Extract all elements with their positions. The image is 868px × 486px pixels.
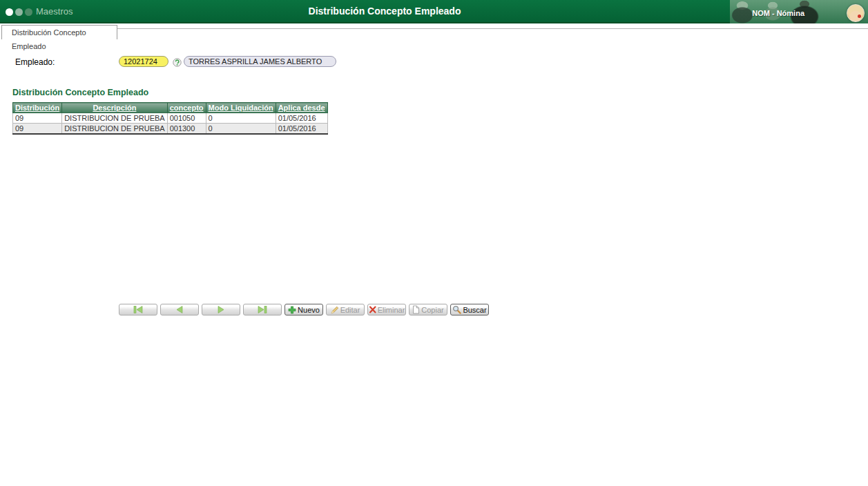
- distribucion-concepto-empleado-page: Maestros Distribución Concepto Empleado …: [0, 0, 868, 486]
- avatar[interactable]: [847, 4, 865, 22]
- window-dot-icon: [6, 8, 13, 16]
- distribution-table: Distribución Descripción concepto Modo L…: [12, 102, 328, 135]
- plus-icon: [288, 306, 296, 314]
- table-row[interactable]: 09 DISTRIBUCION DE PRUEBA 001050 0 01/05…: [13, 113, 328, 124]
- status-dot-icon: [858, 14, 861, 18]
- employee-label: Empleado:: [15, 57, 55, 67]
- delete-x-icon: [369, 306, 376, 313]
- column-header-distribucion[interactable]: Distribución: [13, 103, 62, 113]
- employee-code-input[interactable]: [119, 56, 168, 67]
- cell-modo-liquidacion: 0: [206, 124, 276, 134]
- eliminar-button[interactable]: Eliminar: [367, 304, 406, 315]
- module-label: NOM - Nómina: [752, 9, 804, 17]
- column-header-modo-liquidacion[interactable]: Modo Liquidación: [206, 103, 276, 113]
- next-page-icon: [216, 306, 226, 313]
- cell-aplica-desde: 01/05/2016: [276, 113, 327, 124]
- editar-button[interactable]: Editar: [326, 304, 365, 315]
- window-dot-icon: [25, 8, 32, 16]
- cell-descripcion: DISTRIBUCION DE PRUEBA: [62, 113, 167, 124]
- last-page-icon: [256, 306, 269, 313]
- cell-concepto: 001050: [167, 113, 206, 124]
- cell-modo-liquidacion: 0: [206, 113, 276, 124]
- previous-page-icon: [175, 306, 184, 313]
- cell-concepto: 001300: [167, 124, 206, 134]
- column-header-descripcion[interactable]: Descripción: [62, 103, 167, 113]
- cell-distribucion: 09: [13, 124, 62, 134]
- button-label: Buscar: [463, 306, 486, 314]
- cell-distribucion: 09: [13, 113, 62, 124]
- nav-previous-button[interactable]: [160, 304, 199, 315]
- table-header-row: Distribución Descripción concepto Modo L…: [13, 103, 328, 113]
- section-title: Distribución Concepto Empleado: [12, 88, 148, 97]
- button-label: Copiar: [421, 306, 443, 314]
- buscar-button[interactable]: Buscar: [450, 304, 489, 315]
- nav-next-button[interactable]: [202, 304, 240, 315]
- app-name: Maestros: [36, 6, 73, 17]
- pencil-icon: [331, 306, 339, 314]
- button-label: Nuevo: [298, 306, 320, 314]
- nav-first-button[interactable]: [119, 304, 157, 315]
- button-label: Eliminar: [378, 306, 405, 314]
- copiar-button[interactable]: Copiar: [409, 304, 447, 315]
- column-header-aplica-desde[interactable]: Aplica desde: [276, 103, 327, 113]
- app-header: Maestros Distribución Concepto Empleado …: [0, 0, 868, 23]
- employee-name-input[interactable]: [184, 56, 336, 67]
- magnifier-icon: [452, 305, 461, 314]
- cell-aplica-desde: 01/05/2016: [276, 124, 327, 134]
- button-label: Editar: [340, 306, 360, 314]
- tabstrip-divider: [117, 28, 868, 29]
- first-page-icon: [132, 306, 144, 313]
- copy-page-icon: [412, 305, 420, 314]
- window-dots: [6, 8, 32, 16]
- page-title: Distribución Concepto Empleado: [309, 6, 461, 17]
- table-row[interactable]: 09 DISTRIBUCION DE PRUEBA 001300 0 01/05…: [13, 124, 328, 134]
- cell-descripcion: DISTRIBUCION DE PRUEBA: [62, 124, 167, 134]
- lookup-help-icon[interactable]: [173, 57, 182, 66]
- nav-last-button[interactable]: [243, 304, 282, 315]
- window-dot-icon: [15, 8, 23, 16]
- tab-distribucion-concepto-empleado[interactable]: Distribución Concepto Empleado: [1, 25, 117, 39]
- column-header-concepto[interactable]: concepto: [167, 103, 206, 113]
- record-toolbar: Nuevo Editar Eliminar Copiar: [119, 304, 489, 315]
- nuevo-button[interactable]: Nuevo: [284, 304, 323, 315]
